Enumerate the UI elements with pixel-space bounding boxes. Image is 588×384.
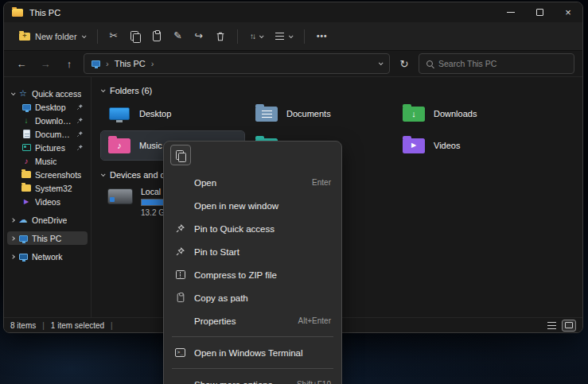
forward-button[interactable]: → [36, 54, 55, 73]
menu-separator [172, 368, 333, 369]
picture-icon [22, 144, 31, 151]
new-folder-button[interactable]: + New folder [14, 25, 91, 47]
desktop-icon [109, 107, 130, 120]
copy-icon [176, 150, 185, 161]
pin-icon [76, 103, 84, 111]
sidebar-item-music[interactable]: ♪ Music [7, 154, 88, 168]
minimize-button[interactable] [496, 2, 525, 22]
new-window-icon [174, 200, 186, 211]
large-thumbnails-view-button[interactable] [562, 320, 576, 332]
window-title: This PC [29, 8, 60, 17]
paste-button[interactable] [147, 25, 166, 47]
sidebar-item-onedrive[interactable]: ☁ OneDrive [7, 213, 88, 227]
terminal-icon: >_ [175, 348, 185, 357]
sidebar-item-network[interactable]: Network [7, 250, 88, 263]
sidebar-item-pictures[interactable]: Pictures [7, 141, 88, 154]
open-icon [174, 176, 186, 188]
sidebar-item-documents[interactable]: Documents [7, 127, 88, 141]
sidebar-item-videos[interactable]: ▶ Videos [7, 195, 88, 208]
chevron-down-icon[interactable] [101, 87, 106, 92]
search-input[interactable] [438, 59, 567, 68]
chevron-right-icon[interactable] [10, 254, 15, 259]
details-view-icon [547, 322, 556, 329]
minimize-icon [507, 12, 515, 13]
sidebar-item-quick-access[interactable]: ☆ Quick access [7, 87, 88, 100]
menu-item-properties[interactable]: Properties Alt+Enter [168, 309, 337, 332]
drive-icon [107, 188, 133, 204]
folder-tile-documents[interactable]: Documents [248, 99, 391, 128]
search-box[interactable] [419, 53, 574, 74]
up-button[interactable]: ↑ [60, 54, 79, 73]
refresh-icon: ↻ [400, 58, 409, 70]
monitor-icon [22, 104, 31, 111]
pin-icon [76, 130, 84, 138]
sidebar-item-screenshots[interactable]: Screenshots [7, 168, 88, 181]
chevron-down-icon[interactable] [101, 172, 106, 176]
status-divider: | [111, 321, 113, 330]
sidebar-item-desktop[interactable]: Desktop [7, 100, 88, 114]
folder-tile-desktop[interactable]: Desktop [101, 99, 244, 128]
downloads-folder-icon: ↓ [403, 107, 425, 122]
breadcrumb-separator: › [106, 59, 109, 68]
menu-item-open[interactable]: Open Enter [168, 171, 337, 194]
properties-icon [174, 315, 186, 327]
navigation-pane: ☆ Quick access Desktop ↓ Downloads Docum… [4, 77, 92, 317]
view-button[interactable] [270, 25, 298, 47]
chevron-down-icon[interactable] [11, 91, 16, 95]
breadcrumb-this-pc[interactable]: This PC [115, 59, 146, 68]
search-icon [426, 60, 433, 67]
pin-icon [76, 117, 84, 124]
paste-icon [153, 31, 161, 41]
title-bar[interactable]: This PC × [4, 2, 582, 22]
chevron-right-icon[interactable] [10, 236, 15, 241]
close-button[interactable]: × [554, 2, 582, 22]
sidebar-item-system32[interactable]: System32 [7, 181, 88, 195]
menu-item-compress-zip[interactable]: Compress to ZIP file [168, 263, 337, 286]
see-more-button[interactable]: ••• [311, 25, 333, 47]
details-view-button[interactable] [544, 320, 559, 332]
share-button[interactable]: ↪ [189, 25, 208, 47]
item-count: 8 items [10, 321, 36, 330]
maximize-icon [536, 9, 543, 16]
folder-tile-videos[interactable]: ▶ Videos [395, 131, 539, 160]
new-folder-label: New folder [35, 32, 77, 41]
onedrive-cloud-icon: ☁ [18, 215, 28, 224]
copy-button[interactable] [125, 25, 146, 47]
sort-button[interactable]: ↑↓ [244, 25, 268, 47]
menu-item-open-new-window[interactable]: Open in new window [168, 194, 337, 217]
cut-button[interactable]: ✂ [104, 25, 123, 47]
status-divider: | [42, 321, 45, 330]
chevron-down-icon [289, 33, 294, 38]
up-icon: ↑ [67, 58, 72, 70]
maximize-button[interactable] [525, 2, 554, 22]
chevron-down-icon [259, 33, 264, 38]
explorer-app-icon [12, 9, 23, 17]
menu-item-pin-start[interactable]: Pin to Start [168, 240, 337, 263]
menu-item-show-more-options[interactable]: Show more options Shift+F10 [168, 373, 337, 384]
close-icon: × [565, 6, 571, 18]
address-dropdown-icon[interactable] [379, 60, 384, 65]
folders-section-header[interactable]: Folders (6) [101, 83, 582, 98]
chevron-right-icon[interactable] [10, 218, 15, 223]
folder-tile-downloads[interactable]: ↓ Downloads [395, 99, 539, 128]
clipboard-icon [177, 293, 184, 302]
menu-item-open-windows-terminal[interactable]: >_ Open in Windows Terminal [168, 341, 337, 364]
pin-icon [76, 144, 84, 151]
music-folder-icon: ♪ [108, 138, 130, 153]
rename-button[interactable]: ✎ [168, 25, 187, 47]
sidebar-item-downloads[interactable]: ↓ Downloads [7, 114, 88, 127]
share-icon: ↪ [195, 31, 203, 41]
refresh-button[interactable]: ↻ [395, 54, 414, 73]
address-bar[interactable]: › This PC › [84, 53, 390, 74]
toolbar-separator [97, 29, 98, 44]
menu-item-copy-as-path[interactable]: Copy as path [168, 286, 337, 309]
delete-button[interactable] [210, 25, 231, 47]
sidebar-item-this-pc[interactable]: This PC [7, 231, 88, 245]
toolbar-separator [304, 29, 305, 44]
back-button[interactable]: ← [12, 54, 31, 73]
menu-separator [172, 336, 333, 337]
show-more-icon [174, 378, 186, 384]
menu-item-pin-quick-access[interactable]: Pin to Quick access [168, 217, 337, 240]
copy-button[interactable] [170, 145, 191, 165]
thumbnails-view-icon [565, 322, 573, 328]
